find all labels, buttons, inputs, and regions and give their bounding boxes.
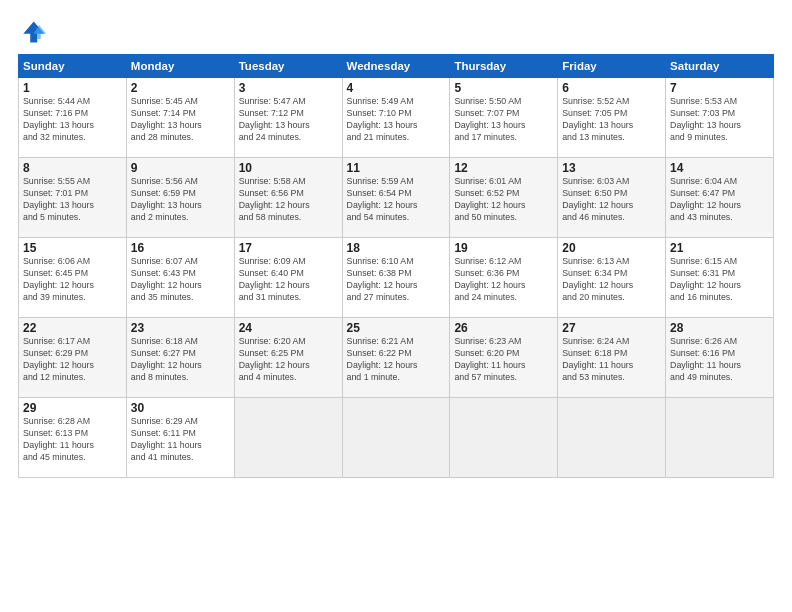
calendar-week-row: 8Sunrise: 5:55 AM Sunset: 7:01 PM Daylig… bbox=[19, 158, 774, 238]
day-info: Sunrise: 6:21 AM Sunset: 6:22 PM Dayligh… bbox=[347, 336, 446, 384]
calendar: SundayMondayTuesdayWednesdayThursdayFrid… bbox=[18, 54, 774, 478]
day-info: Sunrise: 6:09 AM Sunset: 6:40 PM Dayligh… bbox=[239, 256, 338, 304]
day-info: Sunrise: 6:18 AM Sunset: 6:27 PM Dayligh… bbox=[131, 336, 230, 384]
calendar-week-row: 22Sunrise: 6:17 AM Sunset: 6:29 PM Dayli… bbox=[19, 318, 774, 398]
calendar-day-cell: 13Sunrise: 6:03 AM Sunset: 6:50 PM Dayli… bbox=[558, 158, 666, 238]
day-number: 2 bbox=[131, 81, 230, 95]
day-info: Sunrise: 6:28 AM Sunset: 6:13 PM Dayligh… bbox=[23, 416, 122, 464]
day-info: Sunrise: 5:59 AM Sunset: 6:54 PM Dayligh… bbox=[347, 176, 446, 224]
day-info: Sunrise: 6:03 AM Sunset: 6:50 PM Dayligh… bbox=[562, 176, 661, 224]
day-number: 10 bbox=[239, 161, 338, 175]
day-number: 7 bbox=[670, 81, 769, 95]
day-number: 20 bbox=[562, 241, 661, 255]
weekday-header-row: SundayMondayTuesdayWednesdayThursdayFrid… bbox=[19, 55, 774, 78]
calendar-day-cell bbox=[234, 398, 342, 478]
day-number: 3 bbox=[239, 81, 338, 95]
logo bbox=[18, 18, 50, 46]
day-info: Sunrise: 5:49 AM Sunset: 7:10 PM Dayligh… bbox=[347, 96, 446, 144]
day-info: Sunrise: 6:26 AM Sunset: 6:16 PM Dayligh… bbox=[670, 336, 769, 384]
day-number: 28 bbox=[670, 321, 769, 335]
day-number: 14 bbox=[670, 161, 769, 175]
day-info: Sunrise: 6:23 AM Sunset: 6:20 PM Dayligh… bbox=[454, 336, 553, 384]
day-number: 27 bbox=[562, 321, 661, 335]
day-number: 25 bbox=[347, 321, 446, 335]
day-number: 6 bbox=[562, 81, 661, 95]
calendar-day-cell: 22Sunrise: 6:17 AM Sunset: 6:29 PM Dayli… bbox=[19, 318, 127, 398]
day-number: 12 bbox=[454, 161, 553, 175]
weekday-header-cell: Monday bbox=[126, 55, 234, 78]
weekday-header-cell: Friday bbox=[558, 55, 666, 78]
day-info: Sunrise: 6:06 AM Sunset: 6:45 PM Dayligh… bbox=[23, 256, 122, 304]
day-info: Sunrise: 6:29 AM Sunset: 6:11 PM Dayligh… bbox=[131, 416, 230, 464]
weekday-header-cell: Tuesday bbox=[234, 55, 342, 78]
header bbox=[18, 18, 774, 46]
day-info: Sunrise: 5:56 AM Sunset: 6:59 PM Dayligh… bbox=[131, 176, 230, 224]
day-number: 5 bbox=[454, 81, 553, 95]
day-number: 30 bbox=[131, 401, 230, 415]
day-number: 11 bbox=[347, 161, 446, 175]
day-number: 13 bbox=[562, 161, 661, 175]
weekday-header-cell: Wednesday bbox=[342, 55, 450, 78]
day-number: 9 bbox=[131, 161, 230, 175]
day-info: Sunrise: 6:10 AM Sunset: 6:38 PM Dayligh… bbox=[347, 256, 446, 304]
calendar-day-cell: 3Sunrise: 5:47 AM Sunset: 7:12 PM Daylig… bbox=[234, 78, 342, 158]
day-info: Sunrise: 6:12 AM Sunset: 6:36 PM Dayligh… bbox=[454, 256, 553, 304]
day-number: 23 bbox=[131, 321, 230, 335]
calendar-day-cell: 12Sunrise: 6:01 AM Sunset: 6:52 PM Dayli… bbox=[450, 158, 558, 238]
day-info: Sunrise: 5:45 AM Sunset: 7:14 PM Dayligh… bbox=[131, 96, 230, 144]
calendar-day-cell: 25Sunrise: 6:21 AM Sunset: 6:22 PM Dayli… bbox=[342, 318, 450, 398]
calendar-day-cell: 23Sunrise: 6:18 AM Sunset: 6:27 PM Dayli… bbox=[126, 318, 234, 398]
day-info: Sunrise: 6:24 AM Sunset: 6:18 PM Dayligh… bbox=[562, 336, 661, 384]
day-number: 21 bbox=[670, 241, 769, 255]
calendar-day-cell: 17Sunrise: 6:09 AM Sunset: 6:40 PM Dayli… bbox=[234, 238, 342, 318]
calendar-day-cell: 7Sunrise: 5:53 AM Sunset: 7:03 PM Daylig… bbox=[666, 78, 774, 158]
day-info: Sunrise: 5:58 AM Sunset: 6:56 PM Dayligh… bbox=[239, 176, 338, 224]
calendar-day-cell: 8Sunrise: 5:55 AM Sunset: 7:01 PM Daylig… bbox=[19, 158, 127, 238]
day-info: Sunrise: 5:53 AM Sunset: 7:03 PM Dayligh… bbox=[670, 96, 769, 144]
day-number: 24 bbox=[239, 321, 338, 335]
calendar-day-cell: 11Sunrise: 5:59 AM Sunset: 6:54 PM Dayli… bbox=[342, 158, 450, 238]
calendar-day-cell: 1Sunrise: 5:44 AM Sunset: 7:16 PM Daylig… bbox=[19, 78, 127, 158]
calendar-day-cell: 9Sunrise: 5:56 AM Sunset: 6:59 PM Daylig… bbox=[126, 158, 234, 238]
day-number: 1 bbox=[23, 81, 122, 95]
day-number: 22 bbox=[23, 321, 122, 335]
day-number: 16 bbox=[131, 241, 230, 255]
page: SundayMondayTuesdayWednesdayThursdayFrid… bbox=[0, 0, 792, 612]
calendar-day-cell: 10Sunrise: 5:58 AM Sunset: 6:56 PM Dayli… bbox=[234, 158, 342, 238]
calendar-day-cell: 18Sunrise: 6:10 AM Sunset: 6:38 PM Dayli… bbox=[342, 238, 450, 318]
weekday-header-cell: Sunday bbox=[19, 55, 127, 78]
day-info: Sunrise: 6:13 AM Sunset: 6:34 PM Dayligh… bbox=[562, 256, 661, 304]
weekday-header-cell: Saturday bbox=[666, 55, 774, 78]
day-info: Sunrise: 6:04 AM Sunset: 6:47 PM Dayligh… bbox=[670, 176, 769, 224]
calendar-day-cell: 30Sunrise: 6:29 AM Sunset: 6:11 PM Dayli… bbox=[126, 398, 234, 478]
day-number: 18 bbox=[347, 241, 446, 255]
day-info: Sunrise: 5:44 AM Sunset: 7:16 PM Dayligh… bbox=[23, 96, 122, 144]
logo-icon bbox=[18, 18, 46, 46]
calendar-day-cell: 5Sunrise: 5:50 AM Sunset: 7:07 PM Daylig… bbox=[450, 78, 558, 158]
calendar-day-cell: 6Sunrise: 5:52 AM Sunset: 7:05 PM Daylig… bbox=[558, 78, 666, 158]
day-info: Sunrise: 6:17 AM Sunset: 6:29 PM Dayligh… bbox=[23, 336, 122, 384]
day-info: Sunrise: 6:15 AM Sunset: 6:31 PM Dayligh… bbox=[670, 256, 769, 304]
day-info: Sunrise: 5:47 AM Sunset: 7:12 PM Dayligh… bbox=[239, 96, 338, 144]
calendar-day-cell: 21Sunrise: 6:15 AM Sunset: 6:31 PM Dayli… bbox=[666, 238, 774, 318]
calendar-day-cell: 4Sunrise: 5:49 AM Sunset: 7:10 PM Daylig… bbox=[342, 78, 450, 158]
day-info: Sunrise: 6:07 AM Sunset: 6:43 PM Dayligh… bbox=[131, 256, 230, 304]
calendar-week-row: 15Sunrise: 6:06 AM Sunset: 6:45 PM Dayli… bbox=[19, 238, 774, 318]
calendar-day-cell: 16Sunrise: 6:07 AM Sunset: 6:43 PM Dayli… bbox=[126, 238, 234, 318]
calendar-day-cell bbox=[666, 398, 774, 478]
day-number: 4 bbox=[347, 81, 446, 95]
calendar-day-cell bbox=[450, 398, 558, 478]
calendar-day-cell: 29Sunrise: 6:28 AM Sunset: 6:13 PM Dayli… bbox=[19, 398, 127, 478]
calendar-day-cell: 15Sunrise: 6:06 AM Sunset: 6:45 PM Dayli… bbox=[19, 238, 127, 318]
calendar-day-cell: 27Sunrise: 6:24 AM Sunset: 6:18 PM Dayli… bbox=[558, 318, 666, 398]
day-info: Sunrise: 6:01 AM Sunset: 6:52 PM Dayligh… bbox=[454, 176, 553, 224]
day-number: 29 bbox=[23, 401, 122, 415]
calendar-day-cell bbox=[342, 398, 450, 478]
calendar-day-cell: 2Sunrise: 5:45 AM Sunset: 7:14 PM Daylig… bbox=[126, 78, 234, 158]
calendar-week-row: 1Sunrise: 5:44 AM Sunset: 7:16 PM Daylig… bbox=[19, 78, 774, 158]
calendar-day-cell: 19Sunrise: 6:12 AM Sunset: 6:36 PM Dayli… bbox=[450, 238, 558, 318]
day-number: 19 bbox=[454, 241, 553, 255]
calendar-day-cell: 26Sunrise: 6:23 AM Sunset: 6:20 PM Dayli… bbox=[450, 318, 558, 398]
calendar-day-cell: 20Sunrise: 6:13 AM Sunset: 6:34 PM Dayli… bbox=[558, 238, 666, 318]
day-info: Sunrise: 5:55 AM Sunset: 7:01 PM Dayligh… bbox=[23, 176, 122, 224]
